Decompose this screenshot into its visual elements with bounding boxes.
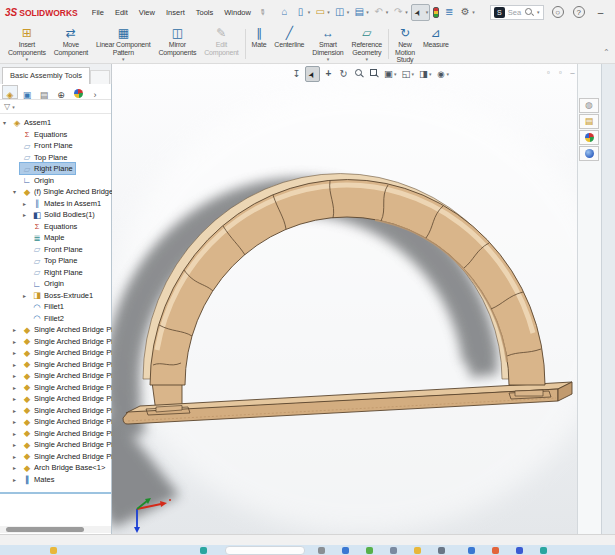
ribbon-button[interactable]: Mirror Components ▾: [155, 26, 201, 56]
view-tool-button[interactable]: ▾: [322, 67, 335, 81]
ribbon-button[interactable]: Centerline ▾: [270, 26, 308, 49]
tree-item-content[interactable]: Mates in Assem1: [30, 198, 103, 209]
filter-funnel-icon[interactable]: ▽: [4, 102, 10, 111]
tree-item[interactable]: Assem1: [0, 117, 111, 129]
tree-item-content[interactable]: Arch Bridge Base<1>: [20, 462, 107, 473]
tree-item-content[interactable]: Single Arched Bridge Piece: [20, 428, 127, 439]
view-tool-button[interactable]: ▾: [337, 67, 350, 81]
quick-access-button[interactable]: ▾: [411, 4, 431, 21]
tree-item[interactable]: Top Plane: [0, 255, 111, 267]
view-tool-button[interactable]: ▾: [417, 67, 433, 81]
taskbar-app-icon[interactable]: [366, 547, 373, 554]
ribbon-button[interactable]: ▾: [245, 29, 246, 59]
tree-item-content[interactable]: Assem1: [10, 117, 53, 128]
tree-item[interactable]: Origin: [0, 175, 111, 187]
chevron-down-icon[interactable]: ▾: [426, 9, 429, 15]
ribbon-button[interactable]: Move Component ▾: [50, 26, 92, 56]
panel-splitter[interactable]: [0, 492, 111, 494]
tree-item[interactable]: Fillet1: [0, 301, 111, 313]
expander-icon[interactable]: [3, 119, 10, 126]
menu-item[interactable]: File: [92, 8, 104, 17]
expander-icon[interactable]: [13, 372, 20, 379]
tree-item[interactable]: Single Arched Bridge Piece: [0, 370, 111, 382]
quick-access-button[interactable]: ▾: [442, 5, 456, 19]
tree-item[interactable]: Right Plane: [0, 267, 111, 279]
tree-item[interactable]: Right Plane: [0, 163, 111, 175]
menu-item[interactable]: Edit: [115, 8, 128, 17]
view-tool-button[interactable]: ▾: [400, 67, 416, 81]
tree-item[interactable]: Single Arched Bridge Piece: [0, 347, 111, 359]
tree-item[interactable]: Single Arched Bridge Piece: [0, 336, 111, 348]
ribbon-button[interactable]: Insert Components ▾: [4, 26, 50, 62]
chevron-down-icon[interactable]: ▾: [537, 9, 540, 15]
manager-tab[interactable]: [2, 85, 18, 99]
tree-item[interactable]: Single Arched Bridge Piece: [0, 451, 111, 463]
tree-item[interactable]: Single Arched Bridge Piece: [0, 439, 111, 451]
chevron-down-icon[interactable]: ▾: [405, 9, 408, 15]
expander-icon[interactable]: [13, 395, 20, 402]
tree-item-content[interactable]: Equations: [30, 221, 79, 232]
ribbon-button[interactable]: Reference Geometry ▾: [348, 26, 387, 62]
tree-item[interactable]: Origin: [0, 278, 111, 290]
tree-item[interactable]: Mates in Assem1: [0, 198, 111, 210]
quick-access-button[interactable]: ▾: [432, 6, 440, 19]
tree-item[interactable]: Front Plane: [0, 244, 111, 256]
chevron-down-icon[interactable]: ▾: [327, 57, 330, 62]
tree-item-content[interactable]: Boss-Extrude1: [30, 290, 95, 301]
expander-icon[interactable]: [23, 211, 30, 218]
ribbon-button[interactable]: New Motion Study ▾: [391, 26, 419, 64]
expander-icon[interactable]: [13, 441, 20, 448]
quick-access-button[interactable]: ▾: [278, 5, 292, 19]
tree-item[interactable]: Front Plane: [0, 140, 111, 152]
taskbar-app-icon[interactable]: [200, 547, 207, 554]
tree-item-content[interactable]: Front Plane: [30, 244, 85, 255]
tree-item[interactable]: Top Plane: [0, 152, 111, 164]
tree-item[interactable]: Arch Bridge Base<1>: [0, 462, 111, 474]
expander-icon[interactable]: [13, 361, 20, 368]
document-window-control[interactable]: ▫: [544, 68, 553, 77]
tree-item[interactable]: Single Arched Bridge Piece: [0, 324, 111, 336]
view-tool-button[interactable]: ▾: [352, 67, 365, 81]
chevron-down-icon[interactable]: ▾: [26, 57, 29, 62]
menu-item[interactable]: Tools: [196, 8, 214, 17]
taskbar-app-icon[interactable]: [318, 547, 325, 554]
quick-access-button[interactable]: ▾: [352, 5, 370, 19]
tree-item-content[interactable]: Equations: [20, 129, 69, 140]
chevron-down-icon[interactable]: ▾: [394, 71, 397, 77]
expander-icon[interactable]: [23, 200, 30, 207]
tree-item[interactable]: Boss-Extrude1: [0, 290, 111, 302]
quick-access-button[interactable]: ▾: [333, 5, 351, 19]
expander-icon[interactable]: [13, 338, 20, 345]
tree-item[interactable]: Single Arched Bridge Piece: [0, 416, 111, 428]
document-window-control[interactable]: –: [568, 68, 577, 77]
chevron-down-icon[interactable]: ▾: [327, 9, 330, 15]
tree-item[interactable]: Single Arched Bridge Piece: [0, 405, 111, 417]
help-icon[interactable]: ?: [573, 6, 585, 18]
expander-icon[interactable]: [13, 384, 20, 391]
tree-item-content[interactable]: Single Arched Bridge Piece: [20, 439, 127, 450]
tree-item-content[interactable]: Fillet2: [30, 313, 66, 324]
task-pane-tab[interactable]: [579, 130, 599, 145]
horizontal-scrollbar[interactable]: [0, 526, 111, 533]
expander-icon[interactable]: [13, 430, 20, 437]
tree-item-content[interactable]: Origin: [30, 278, 66, 289]
tree-item[interactable]: Single Arched Bridge Piece: [0, 359, 111, 371]
ribbon-button[interactable]: Smart Dimension ▾: [308, 26, 347, 62]
taskbar-app-icon[interactable]: [516, 547, 523, 554]
ribbon-button[interactable]: Measure ▾: [419, 26, 453, 49]
menu-item[interactable]: View: [139, 8, 155, 17]
tree-item-content[interactable]: Single Arched Bridge Piece: [20, 359, 127, 370]
chevron-down-icon[interactable]: ▾: [447, 71, 450, 77]
view-tool-button[interactable]: ▾: [305, 66, 320, 82]
taskbar-app-icon[interactable]: [390, 547, 397, 554]
user-account-icon[interactable]: ○: [552, 6, 564, 18]
tree-item[interactable]: Maple: [0, 232, 111, 244]
expander-icon[interactable]: [13, 476, 20, 483]
expander-icon[interactable]: [13, 188, 20, 195]
tree-item-content[interactable]: Single Arched Bridge Piece: [20, 370, 127, 381]
quick-access-button[interactable]: ▾: [458, 5, 476, 19]
model-scene[interactable]: [112, 64, 577, 534]
tree-item[interactable]: Fillet2: [0, 313, 111, 325]
taskbar-search-box[interactable]: [225, 546, 305, 555]
tree-item[interactable]: Equations: [0, 221, 111, 233]
